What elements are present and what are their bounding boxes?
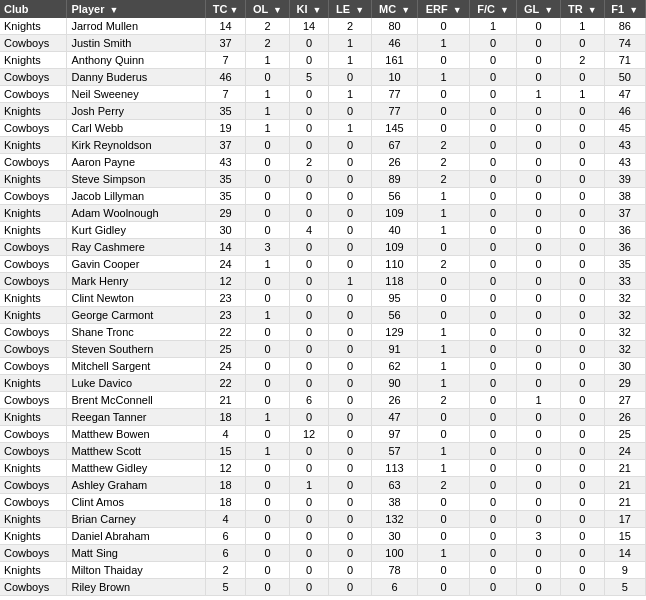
table-cell: 12 <box>289 426 328 443</box>
header-ki[interactable]: KI ▼ <box>289 0 328 18</box>
table-cell: 50 <box>604 69 645 86</box>
table-cell: 0 <box>289 307 328 324</box>
table-cell: 129 <box>371 324 417 341</box>
header-gl[interactable]: GL ▼ <box>517 0 561 18</box>
table-cell: 0 <box>329 511 372 528</box>
table-cell: 0 <box>329 562 372 579</box>
table-cell: 0 <box>329 358 372 375</box>
table-cell: Matt Sing <box>67 545 206 562</box>
table-cell: 23 <box>206 290 246 307</box>
header-tc[interactable]: TC▼ <box>206 0 246 18</box>
header-tr[interactable]: TR ▼ <box>561 0 604 18</box>
table-cell: 0 <box>470 273 517 290</box>
table-row: CowboysClint Amos1800038000021 <box>0 494 646 511</box>
table-cell: Knights <box>0 18 67 35</box>
table-cell: Danny Buderus <box>67 69 206 86</box>
table-cell: Knights <box>0 222 67 239</box>
table-cell: 0 <box>470 443 517 460</box>
table-cell: 0 <box>517 358 561 375</box>
table-cell: 0 <box>561 392 604 409</box>
table-cell: Knights <box>0 562 67 579</box>
header-f1[interactable]: F1 ▼ <box>604 0 645 18</box>
table-cell: 9 <box>604 562 645 579</box>
table-cell: Kirk Reynoldson <box>67 137 206 154</box>
table-cell: 1 <box>289 477 328 494</box>
table-cell: 0 <box>470 341 517 358</box>
table-cell: 2 <box>418 392 470 409</box>
table-cell: 0 <box>470 307 517 324</box>
table-cell: 0 <box>561 375 604 392</box>
table-cell: Knights <box>0 205 67 222</box>
sort-icon-erf: ▼ <box>453 5 462 15</box>
table-cell: 0 <box>329 307 372 324</box>
table-cell: 0 <box>470 52 517 69</box>
table-row: KnightsClint Newton2300095000032 <box>0 290 646 307</box>
table-cell: 18 <box>206 409 246 426</box>
table-cell: 0 <box>329 426 372 443</box>
table-row: KnightsKirk Reynoldson3700067200043 <box>0 137 646 154</box>
table-cell: 0 <box>470 171 517 188</box>
table-cell: 3 <box>245 239 289 256</box>
table-cell: Cowboys <box>0 358 67 375</box>
table-cell: 0 <box>470 426 517 443</box>
table-cell: 145 <box>371 120 417 137</box>
table-cell: 0 <box>329 341 372 358</box>
table-cell: 0 <box>517 120 561 137</box>
table-cell: Knights <box>0 290 67 307</box>
table-cell: 0 <box>418 273 470 290</box>
table-cell: 0 <box>245 528 289 545</box>
table-cell: 6 <box>289 392 328 409</box>
table-row: KnightsMatthew Gidley12000113100021 <box>0 460 646 477</box>
table-cell: 1 <box>245 256 289 273</box>
table-cell: 0 <box>289 290 328 307</box>
table-cell: 0 <box>517 188 561 205</box>
table-row: KnightsKurt Gidley3004040100036 <box>0 222 646 239</box>
table-cell: 0 <box>245 324 289 341</box>
table-cell: Cowboys <box>0 426 67 443</box>
sort-icon: ▼ <box>110 5 119 15</box>
table-row: CowboysSteven Southern2500091100032 <box>0 341 646 358</box>
table-cell: 0 <box>245 494 289 511</box>
table-cell: 0 <box>470 494 517 511</box>
sort-icon-tr: ▼ <box>588 5 597 15</box>
table-cell: 0 <box>470 205 517 222</box>
table-cell: 0 <box>517 579 561 596</box>
table-cell: 0 <box>517 341 561 358</box>
table-cell: 0 <box>470 137 517 154</box>
table-cell: 46 <box>371 35 417 52</box>
table-cell: 0 <box>289 103 328 120</box>
table-cell: Knights <box>0 171 67 188</box>
table-cell: 0 <box>470 579 517 596</box>
table-cell: 0 <box>517 443 561 460</box>
sort-icon-fc: ▼ <box>500 5 509 15</box>
table-cell: 0 <box>329 545 372 562</box>
table-cell: 1 <box>329 86 372 103</box>
header-player[interactable]: Player ▼ <box>67 0 206 18</box>
table-cell: 0 <box>561 545 604 562</box>
table-cell: 1 <box>329 273 372 290</box>
table-cell: 0 <box>561 443 604 460</box>
table-cell: 0 <box>329 69 372 86</box>
table-cell: 45 <box>604 120 645 137</box>
table-cell: 0 <box>517 375 561 392</box>
table-cell: 71 <box>604 52 645 69</box>
table-cell: 30 <box>371 528 417 545</box>
table-cell: 15 <box>604 528 645 545</box>
table-cell: 0 <box>289 171 328 188</box>
sort-icon-mc: ▼ <box>401 5 410 15</box>
table-cell: 0 <box>418 511 470 528</box>
header-mc[interactable]: MC ▼ <box>371 0 417 18</box>
table-cell: 43 <box>604 137 645 154</box>
table-cell: 0 <box>470 528 517 545</box>
header-erf[interactable]: ERF ▼ <box>418 0 470 18</box>
table-row: CowboysMatthew Scott1510057100024 <box>0 443 646 460</box>
table-cell: 7 <box>206 52 246 69</box>
header-le[interactable]: LE ▼ <box>329 0 372 18</box>
table-cell: 36 <box>604 239 645 256</box>
table-cell: 1 <box>561 86 604 103</box>
table-cell: Cowboys <box>0 188 67 205</box>
header-ol[interactable]: OL ▼ <box>245 0 289 18</box>
table-cell: 0 <box>289 528 328 545</box>
header-fc[interactable]: F/C ▼ <box>470 0 517 18</box>
table-cell: Aaron Payne <box>67 154 206 171</box>
